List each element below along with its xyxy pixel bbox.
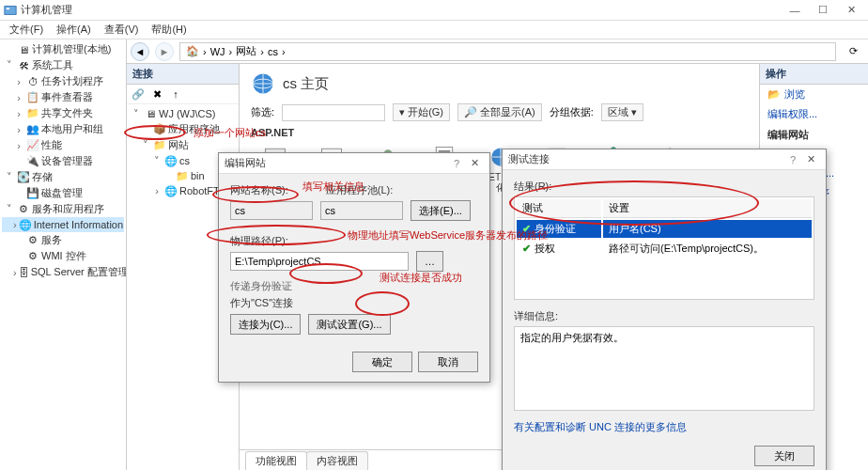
results-label: 结果(R): xyxy=(514,180,814,194)
pool-icon: 📦 xyxy=(153,123,166,136)
perf-icon: 📈 xyxy=(26,139,39,152)
tree-performance[interactable]: ›📈性能 xyxy=(2,137,124,153)
apppool-label: 应用程序池(L): xyxy=(326,183,394,197)
tree-localusers[interactable]: ›👥本地用户和组 xyxy=(2,121,124,137)
connectas-label: 作为"CS"连接 xyxy=(230,296,478,310)
tree-wmi[interactable]: ⚙WMI 控件 xyxy=(2,248,124,264)
table-row[interactable]: ✔授权路径可访问(E:\Temp\projectCS)。 xyxy=(517,240,812,258)
edit-site-dialog: 编辑网站 ? ✕ 网站名称(S): 应用程序池(L): 选择(E)... 物理路… xyxy=(218,152,490,383)
menu-file[interactable]: 文件(F) xyxy=(4,21,49,39)
tree-devicemanager[interactable]: 🔌设备管理器 xyxy=(2,153,124,169)
select-button[interactable]: 选择(E)... xyxy=(411,200,471,221)
left-tree-panel: 🖥计算机管理(本地) ˅🛠系统工具 ›⏱任务计划程序 ›📋事件查看器 ›📁共享文… xyxy=(0,39,127,470)
breadcrumb[interactable]: 🏠 ›WJ ›网站 ›cs › xyxy=(179,42,836,61)
more-info-link[interactable]: 有关配置和诊断 UNC 连接的更多信息 xyxy=(514,421,687,432)
back-button[interactable]: ◄ xyxy=(131,42,149,61)
results-table: 测试设置 ✔身份验证用户名(CS) ✔授权路径可访问(E:\Temp\proje… xyxy=(514,196,814,300)
page-title: cs 主页 xyxy=(283,75,329,93)
filter-row: 筛选: ▾ 开始(G) 🔎 全部显示(A) 分组依据: 区域 ▾ xyxy=(251,103,748,121)
forward-button[interactable]: ► xyxy=(155,42,174,61)
tab-features[interactable]: 功能视图 xyxy=(245,451,307,470)
conn-add-icon[interactable]: 🔗 xyxy=(131,86,146,102)
globe-icon: 🌐 xyxy=(164,184,178,197)
details-box: 指定的用户凭据有效。 xyxy=(514,326,814,411)
close-button[interactable]: ✕ xyxy=(838,2,864,19)
globe-icon: 🌐 xyxy=(164,154,178,167)
address-bar: ◄ ► 🏠 ›WJ ›网站 ›cs › ⟳ xyxy=(127,39,868,64)
computer-icon: 🖥 xyxy=(17,43,30,56)
tree-sql[interactable]: ›🗄SQL Server 配置管理 xyxy=(2,264,124,280)
menu-help[interactable]: 帮助(H) xyxy=(146,21,192,39)
conn-sites[interactable]: ˅📁网站 xyxy=(129,137,237,153)
showall-button[interactable]: 🔎 全部显示(A) xyxy=(457,103,542,121)
close-button[interactable]: 关闭 xyxy=(754,446,814,466)
apppool-input xyxy=(320,201,403,220)
tree-svc[interactable]: ⚙服务 xyxy=(2,232,124,248)
connectas-button[interactable]: 连接为(C)... xyxy=(230,314,301,335)
testsettings-button[interactable]: 测试设置(G)... xyxy=(308,314,390,335)
start-button[interactable]: ▾ 开始(G) xyxy=(393,103,450,121)
physpath-input[interactable] xyxy=(230,252,409,271)
test-dialog-close-button[interactable]: ✕ xyxy=(801,153,820,165)
connections-header: 连接 xyxy=(127,64,239,85)
browse-button[interactable]: … xyxy=(416,251,443,272)
action-editperm[interactable]: 编辑权限... xyxy=(760,104,868,124)
tree-taskscheduler[interactable]: ›⏱任务计划程序 xyxy=(2,73,124,89)
gear-icon: ⚙ xyxy=(26,234,39,247)
ok-button[interactable]: 确定 xyxy=(352,352,412,372)
svg-rect-1 xyxy=(7,8,10,9)
tree-storage[interactable]: ˅💽存储 xyxy=(2,169,124,185)
details-label: 详细信息: xyxy=(514,309,814,323)
maximize-button[interactable]: ☐ xyxy=(810,2,836,19)
dialog-close-button[interactable]: ✕ xyxy=(465,157,484,169)
filter-input[interactable] xyxy=(282,104,385,121)
actions-header: 操作 xyxy=(760,64,868,85)
test-connection-dialog: 测试连接 ? ✕ 结果(R): 测试设置 ✔身份验证用户名(CS) ✔授权路径可… xyxy=(502,149,827,470)
help-button[interactable]: ? xyxy=(790,154,796,165)
sitename-input xyxy=(230,201,313,220)
tree-iis[interactable]: ›🌐Internet Information S xyxy=(2,217,124,232)
conn-del-icon[interactable]: ✖ xyxy=(149,86,164,102)
col-test[interactable]: 测试 xyxy=(517,199,601,218)
menu-action[interactable]: 操作(A) xyxy=(51,21,97,39)
tree-eventviewer[interactable]: ›📋事件查看器 xyxy=(2,89,124,105)
physpath-label: 物理路径(P): xyxy=(230,234,478,248)
tools-icon: 🛠 xyxy=(17,59,30,72)
conn-up-icon[interactable]: ↑ xyxy=(168,86,183,102)
server-icon: 🖥 xyxy=(144,107,157,120)
tree-sharedfolders[interactable]: ›📁共享文件夹 xyxy=(2,105,124,121)
share-icon: 📁 xyxy=(26,107,39,120)
conn-apppools[interactable]: 📦应用程序池 xyxy=(129,121,237,137)
app-icon xyxy=(4,4,17,17)
groupby-select[interactable]: 区域 ▾ xyxy=(601,103,643,121)
users-icon: 👥 xyxy=(26,123,39,136)
col-setting[interactable]: 设置 xyxy=(603,199,812,218)
disk-icon: 💾 xyxy=(26,187,39,200)
refresh-button[interactable]: ⟳ xyxy=(842,45,864,57)
check-icon: ✔ xyxy=(522,243,531,254)
conn-server[interactable]: ˅🖥WJ (WJ\CS) xyxy=(129,106,237,121)
tree-systemtools[interactable]: ˅🛠系统工具 xyxy=(2,57,124,73)
svg-rect-0 xyxy=(5,6,16,14)
tree-root[interactable]: 🖥计算机管理(本地) xyxy=(2,41,124,57)
home-icon: 🏠 xyxy=(186,45,199,57)
window-titlebar: 计算机管理 — ☐ ✕ xyxy=(0,0,868,21)
minimize-button[interactable]: — xyxy=(782,2,808,19)
tree-diskmgmt[interactable]: 💾磁盘管理 xyxy=(2,185,124,201)
tree-services[interactable]: ˅⚙服务和应用程序 xyxy=(2,201,124,217)
page-title-row: cs 主页 xyxy=(251,71,748,96)
passauth-label: 传递身份验证 xyxy=(230,279,478,293)
site-globe-icon xyxy=(251,71,275,96)
menu-view[interactable]: 查看(V) xyxy=(99,21,145,39)
window-title: 计算机管理 xyxy=(21,3,782,17)
test-dialog-title: 测试连接 xyxy=(508,152,790,166)
tab-content[interactable]: 内容视图 xyxy=(306,451,368,470)
sql-icon: 🗄 xyxy=(19,266,29,279)
table-row[interactable]: ✔身份验证用户名(CS) xyxy=(517,220,812,238)
action-group-editsite: 编辑网站 xyxy=(760,124,868,144)
wmi-icon: ⚙ xyxy=(26,250,39,263)
sitename-label: 网站名称(S): xyxy=(230,183,288,197)
cancel-button[interactable]: 取消 xyxy=(418,352,478,372)
help-button[interactable]: ? xyxy=(454,158,459,169)
action-explore[interactable]: 📂浏览 xyxy=(760,85,868,104)
